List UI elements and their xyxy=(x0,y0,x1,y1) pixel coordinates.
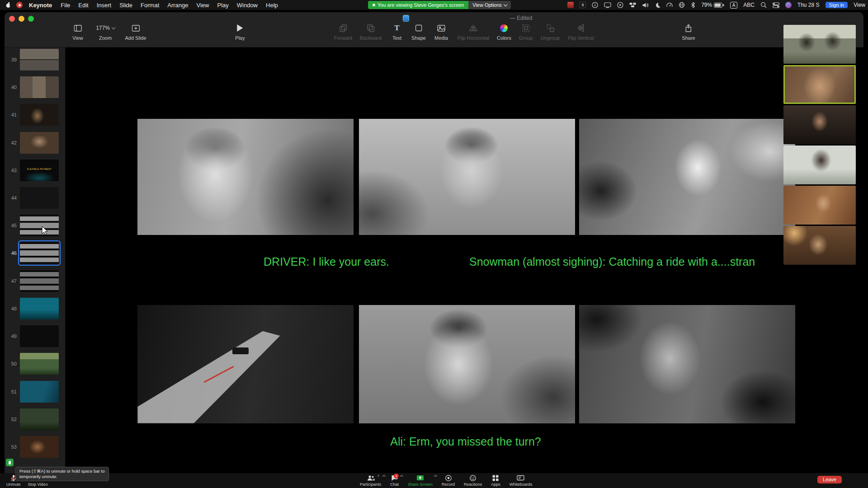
caption-driver[interactable]: DRIVER: I like your ears. xyxy=(236,255,417,268)
info-menu-icon[interactable] xyxy=(592,2,598,8)
forward-button[interactable]: Forward xyxy=(334,22,352,41)
storyboard-panel-phone[interactable] xyxy=(359,119,575,235)
chat-button[interactable]: 1 Chat xyxy=(387,473,402,488)
slide-thumbnail-43[interactable]: FLEXIBLE PAYMENT xyxy=(20,160,59,181)
menubar-app-name[interactable]: Keynote xyxy=(24,2,57,9)
battery-status[interactable]: 79% xyxy=(701,2,724,8)
share-screen-menu-caret[interactable] xyxy=(434,475,437,478)
control-center-menu-icon[interactable] xyxy=(773,2,779,8)
play-icon xyxy=(237,24,243,32)
flip-vertical-button[interactable]: Flip Vertical xyxy=(568,22,594,41)
slide-thumbnail-49[interactable] xyxy=(20,325,59,347)
storyboard-panel-driver[interactable] xyxy=(137,119,354,235)
volume-menu-icon[interactable] xyxy=(642,2,649,8)
menu-file[interactable]: File xyxy=(57,2,74,9)
storyboard-panel-snowman[interactable] xyxy=(579,119,795,235)
search-menu-icon[interactable] xyxy=(760,2,767,8)
menu-slide[interactable]: Slide xyxy=(115,2,137,9)
slide-thumbnail-42[interactable] xyxy=(20,132,59,154)
slide-thumbnail-52[interactable] xyxy=(20,408,59,430)
view-options-button[interactable]: View Options xyxy=(468,1,511,9)
participant-video-4[interactable] xyxy=(783,145,856,184)
audio-status-icon[interactable] xyxy=(6,459,14,466)
text-button[interactable]: T Text xyxy=(392,22,401,41)
menu-window[interactable]: Window xyxy=(233,2,262,9)
screen-share-banner: You are viewing Steve Gerges's screen Vi… xyxy=(368,1,511,9)
menu-insert[interactable]: Insert xyxy=(93,2,116,9)
add-slide-button[interactable]: Add Slide xyxy=(125,22,146,41)
share-screen-button[interactable]: Share Screen xyxy=(404,473,436,488)
app-status-icon-red[interactable] xyxy=(567,2,574,8)
chat-menu-caret[interactable] xyxy=(400,475,403,478)
slide-thumbnail-47[interactable] xyxy=(20,270,59,292)
flip-vertical-icon xyxy=(577,24,584,32)
share-button[interactable]: Share xyxy=(682,22,695,41)
gauge-menu-icon[interactable] xyxy=(666,2,673,8)
menu-help[interactable]: Help xyxy=(262,2,282,9)
mission-control-menu-icon[interactable] xyxy=(629,2,636,8)
slide-thumbnail-40[interactable] xyxy=(20,76,59,98)
media-button[interactable]: Media xyxy=(434,22,448,41)
bluetooth-menu-icon[interactable] xyxy=(691,2,695,8)
menu-arrange[interactable]: Arrange xyxy=(163,2,192,9)
storyboard-panel-road[interactable] xyxy=(137,305,354,423)
share-screen-icon xyxy=(416,474,424,482)
participant-video-2-active-speaker[interactable] xyxy=(783,65,856,104)
display-menu-icon[interactable] xyxy=(604,2,611,8)
apps-button[interactable]: Apps xyxy=(487,473,504,488)
slide-thumbnail-50[interactable] xyxy=(20,353,59,375)
slide-thumbnail-45[interactable] xyxy=(20,215,59,236)
ungroup-button[interactable]: Ungroup xyxy=(541,22,560,41)
participant-video-6[interactable] xyxy=(783,226,856,265)
menu-play[interactable]: Play xyxy=(213,2,232,9)
apple-menu-icon[interactable] xyxy=(5,2,12,8)
shape-button[interactable]: Shape xyxy=(411,22,426,41)
flip-horizontal-button[interactable]: Flip Horizontal xyxy=(458,22,489,41)
reactions-button[interactable]: Reactions xyxy=(460,473,486,488)
menu-view[interactable]: View xyxy=(193,2,213,9)
unmute-shortcut-tooltip: Press (⇧⌘A) to unmute or hold space bar … xyxy=(15,467,109,481)
globe-menu-icon[interactable] xyxy=(679,2,685,8)
backward-label: Backward xyxy=(360,35,382,41)
menu-edit[interactable]: Edit xyxy=(74,2,92,9)
siri-menu-icon[interactable] xyxy=(785,2,792,8)
colors-button[interactable]: Colors xyxy=(497,22,511,41)
leave-meeting-button[interactable]: Leave xyxy=(817,476,842,483)
caption-snowman[interactable]: Snowman (almost sighing): Catching a rid… xyxy=(469,255,755,268)
view-button[interactable]: View xyxy=(72,22,83,41)
group-button[interactable]: Group xyxy=(519,22,533,41)
play-button[interactable]: Play xyxy=(235,22,245,41)
whiteboards-button[interactable]: Whiteboards xyxy=(506,473,536,488)
input-source-a[interactable]: A xyxy=(730,2,737,9)
recording-indicator-icon[interactable] xyxy=(16,2,23,8)
input-source-abc[interactable]: ABC xyxy=(743,2,755,8)
storyboard-panel-driver-wheel[interactable] xyxy=(579,305,795,423)
share-banner-text-wrap: You are viewing Steve Gerges's screen xyxy=(368,1,468,9)
slide-thumbnail-51[interactable] xyxy=(20,381,59,403)
play-circle-menu-icon[interactable] xyxy=(617,2,623,8)
participant-video-3[interactable] xyxy=(783,105,856,144)
participants-menu-caret[interactable] xyxy=(382,475,386,478)
backward-button[interactable]: Backward xyxy=(360,22,382,41)
participants-button[interactable]: 7 Participants xyxy=(356,473,385,488)
menubar-clock[interactable]: Thu 28 S xyxy=(797,2,820,8)
record-button[interactable]: Record xyxy=(438,473,458,488)
participant-video-1[interactable] xyxy=(783,25,856,64)
storyboard-panel-ali[interactable] xyxy=(359,305,575,423)
slide-thumbnail-46[interactable] xyxy=(20,242,59,264)
slide-thumbnail-53[interactable] xyxy=(20,436,59,458)
slide-thumbnail-48[interactable] xyxy=(20,298,59,319)
participant-video-5[interactable] xyxy=(783,186,856,225)
slide-thumbnail-41[interactable] xyxy=(20,104,59,126)
chat-label: Chat xyxy=(390,482,399,487)
slide-thumbnail-39[interactable] xyxy=(20,49,59,70)
sign-in-button[interactable]: Sign in xyxy=(826,2,848,8)
caption-ali[interactable]: Ali: Erm, you missed the turn? xyxy=(375,435,556,448)
slide-thumbnail-44[interactable] xyxy=(20,187,59,209)
app-status-icon-b[interactable]: B xyxy=(580,2,586,8)
focus-moon-menu-icon[interactable] xyxy=(655,2,660,8)
slide-number: 42 xyxy=(5,140,20,145)
zoom-view-button[interactable]: View xyxy=(854,2,865,8)
zoom-dropdown[interactable]: 177% Zoom xyxy=(96,22,115,41)
menu-format[interactable]: Format xyxy=(137,2,163,9)
